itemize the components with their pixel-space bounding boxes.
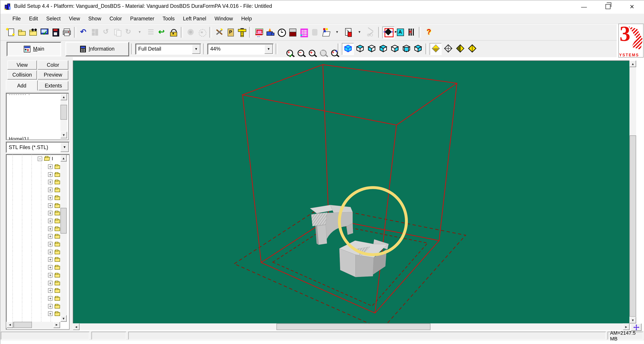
tree-expand-icon[interactable]: + [48,257,52,262]
view-bottom-button[interactable] [366,43,377,55]
tree-expand-icon[interactable]: + [48,188,52,192]
viewport-vertical-scrollbar[interactable]: ▲ ▼ [630,61,636,323]
menu-file[interactable]: File [8,15,25,23]
new-file-button[interactable] [5,27,16,38]
auto-accuracy-button[interactable]: A► [394,27,406,38]
menu-tools[interactable]: Tools [158,15,179,23]
tree-expand-icon[interactable]: + [48,273,52,277]
dropdown-button[interactable]: ▼ [332,27,343,38]
zoom-percent-combo[interactable]: 44% ▼ [207,43,274,55]
tree-expand-icon[interactable]: + [48,172,52,177]
help-button[interactable]: ? [423,27,434,38]
tree-expand-icon[interactable]: + [48,195,52,200]
parameters-button[interactable]: P [225,27,236,38]
scroll-down-icon[interactable]: ▼ [630,317,636,323]
menu-view[interactable]: View [65,15,84,23]
minimize-button[interactable]: — [574,0,594,13]
tab-extents[interactable]: Extents [38,81,68,90]
zoom-out-button[interactable]: − [291,43,302,55]
save-verify-button[interactable]: ✓ [38,27,50,38]
view-right-button[interactable] [389,43,400,55]
part-model-right[interactable] [340,239,388,277]
scroll-right-icon[interactable]: ► [623,323,630,330]
menu-parameter[interactable]: Parameter [126,15,158,23]
undo-button[interactable]: ↶ [78,27,90,38]
chevron-down-icon[interactable]: ▼ [60,142,69,152]
tree-expand-icon[interactable]: + [48,265,52,270]
information-panel-button[interactable]: Information [65,42,129,56]
tree-root-label-clipped[interactable]: I [52,156,53,161]
tree-vertical-scrollbar[interactable]: ▲▼ [60,155,67,322]
file-tree[interactable]: −I++++++++++++++++++++▲▼◄► [6,154,70,329]
tree-expand-icon[interactable]: + [48,180,52,184]
shade-wireframe-button[interactable] [442,43,454,55]
menu-show[interactable]: Show [84,15,106,23]
tab-add[interactable]: Add [6,80,38,91]
scrollbar-thumb[interactable] [60,208,67,233]
lock-button[interactable] [168,27,179,38]
save-button[interactable] [50,27,61,38]
tools-button[interactable] [214,27,225,38]
tree-expand-icon[interactable]: + [48,211,52,215]
scroll-up-icon[interactable]: ▲ [630,61,636,67]
build-truck-button[interactable] [264,27,276,38]
tab-view[interactable]: View [8,61,37,70]
menu-edit[interactable]: Edit [25,15,42,23]
scrollbar-thumb[interactable] [276,323,430,330]
export-part-button[interactable]: ↘ [342,27,354,38]
tree-collapse-icon[interactable]: − [38,157,42,161]
tab-preview[interactable]: Preview [38,71,68,80]
fill-bucket-button[interactable] [287,27,298,38]
measure-button[interactable] [236,27,247,38]
tree-expand-icon[interactable]: + [48,304,52,308]
view-left-button[interactable] [378,43,388,55]
view-isometric-button[interactable] [342,43,354,55]
scroll-right-icon[interactable]: ► [54,322,60,328]
tree-horizontal-scrollbar[interactable]: ◄► [6,322,60,328]
profile-button[interactable]: ↔ [253,27,264,38]
restore-button[interactable] [598,0,618,13]
build-viewport[interactable] [73,61,630,323]
shade-hidden-line-button[interactable] [454,43,466,55]
scroll-up-icon[interactable]: ▲ [60,155,67,161]
part-model-left[interactable] [310,205,353,245]
tab-color[interactable]: Color [38,61,68,70]
revert-button[interactable]: ↩ [156,27,168,38]
tree-expand-icon[interactable]: + [48,296,52,301]
viewport-horizontal-scrollbar[interactable]: ◄ ► [73,323,630,330]
slice-grid-button[interactable] [298,27,309,38]
tree-expand-icon[interactable]: + [48,311,52,316]
scroll-left-icon[interactable]: ◄ [73,323,80,330]
menu-left-panel[interactable]: Left Panel [179,15,210,23]
chevron-down-icon[interactable]: ▼ [192,44,200,54]
tab-collision[interactable]: Collision [8,71,37,80]
detail-level-combo[interactable]: Full Detail ▼ [136,43,201,55]
show-extents-button[interactable] [382,26,394,38]
zoom-in-button[interactable]: + [302,43,313,55]
shade-shaded-button[interactable] [430,43,442,55]
zoom-dynamic-button[interactable]: ++ [324,43,336,55]
file-list-scrollbar[interactable]: ▲ ▼ [60,94,67,138]
scroll-up-icon[interactable]: ▲ [60,94,67,100]
main-panel-button[interactable]: Main [6,42,61,56]
scroll-down-icon[interactable]: ▼ [60,132,67,138]
tree-expand-icon[interactable]: + [48,250,52,254]
view-front-button[interactable] [401,43,412,55]
file-list-item-clipped[interactable]: .......... . [9,93,30,96]
zoom-fit-button[interactable]: +✓ [280,43,291,55]
tree-expand-icon[interactable]: + [48,164,52,169]
close-button[interactable]: × [622,0,642,13]
tree-expand-icon[interactable]: + [48,242,52,246]
menu-color[interactable]: Color [106,15,126,23]
scrollbar-thumb[interactable] [14,322,32,328]
tree-expand-icon[interactable]: + [48,280,52,285]
scrollbar-thumb[interactable] [630,136,636,317]
build-clock-button[interactable] [276,27,287,38]
menu-window[interactable]: Window [210,15,237,23]
tree-expand-icon[interactable]: + [48,288,52,293]
file-type-combo[interactable]: STL Files (*.STL) ▼ [6,142,70,153]
tree-expand-icon[interactable]: + [48,218,52,223]
view-back-button[interactable] [412,43,424,55]
open-build-button[interactable] [27,27,38,38]
menu-select[interactable]: Select [42,15,65,23]
